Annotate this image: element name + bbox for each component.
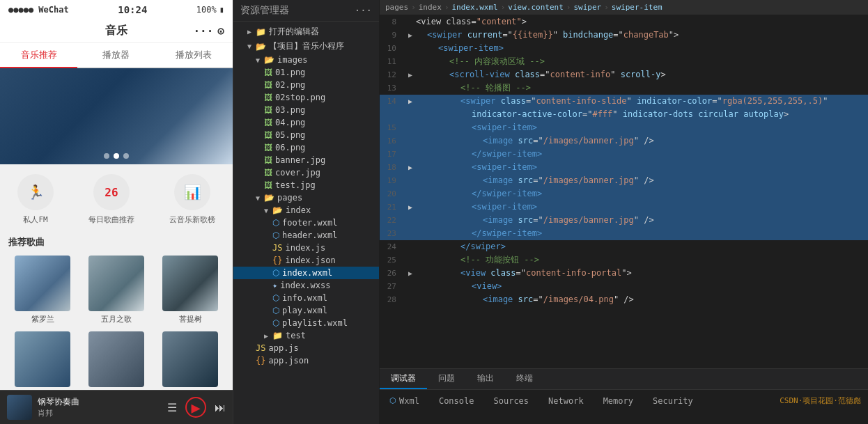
wxss-icon: ✦: [272, 281, 277, 290]
file-playlistwxml[interactable]: ⬡ playlist.wxml: [233, 317, 379, 329]
playlist-button[interactable]: ☰: [167, 401, 177, 414]
debug-bottom-sources[interactable]: Sources: [483, 393, 538, 409]
project-root[interactable]: ▼ 📂 【项目】音乐小程序: [233, 39, 379, 54]
code-line-26: 26 ▶ <view class="content-info-portal">: [380, 267, 868, 280]
code-line-22: 22 <image src="/images/banner.jpg" />: [380, 214, 868, 227]
fm-label: 私人FM: [23, 214, 47, 225]
debug-tab-output[interactable]: 输出: [466, 369, 505, 389]
file-appjson[interactable]: {} app.json: [233, 354, 379, 367]
icon-item-daily[interactable]: 26 每日歌曲推荐: [88, 174, 134, 225]
png-icon: 🖼: [264, 80, 272, 90]
now-playing-info: 钢琴协奏曲 肖邦: [38, 396, 162, 418]
open-editors-section[interactable]: ▶ 📁 打开的编辑器: [233, 24, 379, 39]
file-03png[interactable]: 🖼 03.png: [233, 104, 379, 116]
folder-pages[interactable]: ▼ 📂 pages: [233, 191, 379, 204]
icon-item-fm[interactable]: 🏃 私人FM: [17, 174, 54, 225]
breadcrumb-sep-4: ›: [566, 3, 571, 12]
phone-app-title: 音乐 ··· ⊙: [0, 19, 233, 43]
wxml-icon: ⬡: [272, 230, 279, 240]
png-icon: 🖼: [264, 68, 272, 77]
folder-index[interactable]: ▼ 📂 index: [233, 204, 379, 217]
wxml-icon: ⬡: [272, 318, 279, 328]
code-line-16: 16 <image src="/images/banner.jpg" />: [380, 134, 868, 148]
png-icon: 🖼: [264, 143, 272, 152]
file-headerwxml[interactable]: ⬡ header.wxml: [233, 229, 379, 242]
song-thumb-6: [162, 331, 218, 387]
debug-tab-problems[interactable]: 问题: [427, 369, 466, 389]
arrow-open-icon: ▼: [247, 42, 251, 50]
pages-folder-icon: 📂: [264, 193, 274, 203]
song-item-5[interactable]: [82, 331, 150, 387]
icon-item-chart[interactable]: 📊 云音乐新歌榜: [169, 174, 215, 225]
debug-top-tabs[interactable]: 调试器 问题 输出 终端: [380, 369, 868, 390]
tab-player[interactable]: 播放器: [77, 43, 155, 67]
code-area[interactable]: 8 <view class="content"> 9 ▶ <swiper cur…: [380, 15, 868, 368]
folder-icon: 📁: [256, 27, 266, 37]
file-02png[interactable]: 🖼 02.png: [233, 79, 379, 91]
debug-panel: 调试器 问题 输出 终端 ⬡ Wxml Console Sources Netw…: [380, 368, 868, 424]
folder-images[interactable]: ▼ 📂 images: [233, 54, 379, 66]
chart-label: 云音乐新歌榜: [169, 214, 215, 225]
file-indexwxml[interactable]: ⬡ index.wxml: [233, 267, 379, 279]
song-item-2[interactable]: 五月之歌: [82, 256, 150, 324]
play-button[interactable]: ▶: [185, 397, 206, 418]
png-icon: 🖼: [264, 130, 272, 140]
song-item-6[interactable]: [156, 331, 224, 387]
debug-tab-debugger[interactable]: 调试器: [380, 369, 427, 389]
file-indexwxss[interactable]: ✦ index.wxss: [233, 279, 379, 292]
json-icon: {}: [272, 256, 282, 265]
file-06png[interactable]: 🖼 06.png: [233, 141, 379, 154]
png-icon: 🖼: [264, 118, 272, 127]
file-02stoppng[interactable]: 🖼 02stop.png: [233, 91, 379, 104]
song-item-4[interactable]: [8, 331, 77, 387]
index-folder-icon: 📂: [272, 205, 283, 215]
arrow-icon: ▶: [247, 28, 251, 36]
phone-battery: 100% ▮: [196, 5, 224, 15]
next-button[interactable]: ⏭: [215, 401, 226, 414]
tab-music-recommend[interactable]: 音乐推荐: [0, 43, 77, 68]
debug-bottom-security[interactable]: Security: [643, 393, 703, 409]
js-icon: JS: [272, 243, 282, 253]
song-item-3[interactable]: 菩提树: [156, 256, 224, 324]
file-coverjpg[interactable]: 🖼 cover.jpg: [233, 166, 379, 179]
songs-row-1: 紫罗兰 五月之歌 菩提树: [0, 251, 233, 329]
test-folder-icon: 📁: [272, 331, 283, 340]
debug-bottom-network[interactable]: Network: [538, 393, 594, 409]
debug-bottom-console[interactable]: Console: [429, 393, 484, 409]
file-explorer: 资源管理器 ··· ▶ 📁 打开的编辑器 ▼ 📂 【项目】音乐小程序 ▼ 📂 i…: [233, 0, 380, 424]
file-indexjs[interactable]: JS index.js: [233, 242, 379, 254]
code-line-11: 11 <!-- 内容滚动区域 -->: [380, 55, 868, 68]
png-icon: 🖼: [264, 93, 272, 102]
song-item-1[interactable]: 紫罗兰: [8, 256, 77, 324]
folder-open-icon: 📂: [256, 42, 266, 52]
tab-playlist[interactable]: 播放列表: [155, 43, 233, 67]
debug-tab-terminal[interactable]: 终端: [505, 369, 544, 389]
file-indexjson[interactable]: {} index.json: [233, 254, 379, 267]
file-footerwxml[interactable]: ⬡ footer.wxml: [233, 217, 379, 229]
file-explorer-header: 资源管理器 ···: [233, 0, 379, 22]
debug-bottom-memory[interactable]: Memory: [594, 393, 643, 409]
code-line-12: 12 ▶ <scroll-view class="content-info" s…: [380, 68, 868, 81]
watermark: CSDN·项目花园·范德彪: [773, 393, 868, 409]
code-line-9: 9 ▶ <swiper current="{{item}}" bindchang…: [380, 29, 868, 42]
wxml-icon: ⬡: [272, 268, 279, 278]
debug-bottom-wxml[interactable]: ⬡ Wxml: [380, 393, 429, 409]
code-line-13: 13 <!-- 轮播图 -->: [380, 81, 868, 95]
code-line-10: 10 <swiper-item>: [380, 42, 868, 55]
file-appjs[interactable]: JS app.js: [233, 342, 379, 354]
file-testjpg[interactable]: 🖼 test.jpg: [233, 179, 379, 191]
file-infowxml[interactable]: ⬡ info.wxml: [233, 292, 379, 304]
file-playwxml[interactable]: ⬡ play.wxml: [233, 304, 379, 317]
file-05png[interactable]: 🖼 05.png: [233, 129, 379, 141]
banner-dot-2: [114, 153, 119, 159]
breadcrumb-sep-3: ›: [501, 3, 506, 12]
file-bannerjpg[interactable]: 🖼 banner.jpg: [233, 154, 379, 166]
chart-icon: 📊: [174, 174, 210, 210]
debug-bottom-tabs[interactable]: ⬡ Wxml Console Sources Network Memory Se…: [380, 390, 868, 411]
file-04png[interactable]: 🖼 04.png: [233, 116, 379, 129]
folder-test[interactable]: ▶ 📁 test: [233, 329, 379, 342]
file-01png[interactable]: 🖼 01.png: [233, 66, 379, 79]
breadcrumb-sep-5: ›: [604, 3, 609, 12]
phone-tab-bar[interactable]: 音乐推荐 播放器 播放列表: [0, 43, 233, 68]
file-explorer-menu[interactable]: ···: [355, 5, 372, 16]
